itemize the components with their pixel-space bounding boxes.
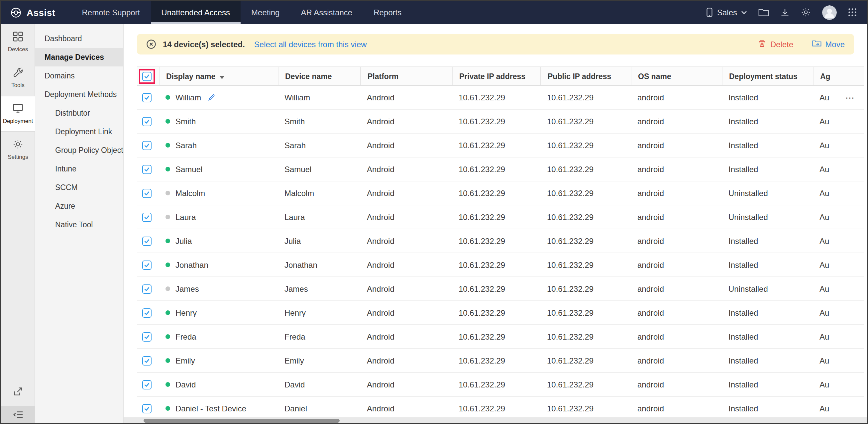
sidebar-item-azure[interactable]: Azure [35, 197, 123, 215]
display-name-cell: Laura [159, 212, 278, 222]
deployment-status: Installed [728, 308, 758, 317]
topnav-item-remote-support[interactable]: Remote Support [71, 1, 151, 24]
row-checkbox[interactable] [142, 404, 152, 413]
deployment-status: Uninstalled [728, 212, 768, 222]
sidebar-item-intune[interactable]: Intune [35, 159, 123, 178]
topnav-item-meeting[interactable]: Meeting [241, 1, 290, 24]
column-header-deployment-status[interactable]: Deployment status [722, 67, 813, 85]
row-checkbox[interactable] [142, 236, 152, 246]
topnav-item-reports[interactable]: Reports [363, 1, 412, 24]
folder-icon[interactable] [758, 8, 769, 17]
user-avatar[interactable] [822, 5, 837, 20]
platform: Android [367, 380, 395, 389]
table-row[interactable]: Henry Henry Android 10.61.232.29 10.61.2… [137, 301, 864, 325]
table-row[interactable]: Julia Julia Android 10.61.232.29 10.61.2… [137, 229, 864, 253]
horizontal-scrollbar-thumb[interactable] [144, 418, 340, 422]
sidebar-item-dashboard[interactable]: Dashboard [35, 29, 123, 48]
private-ip: 10.61.232.29 [459, 117, 505, 126]
sort-caret-icon[interactable] [219, 72, 225, 80]
table-row[interactable]: Freda Freda Android 10.61.232.29 10.61.2… [137, 325, 864, 349]
status-dot [165, 143, 170, 148]
display-name: Samuel [176, 164, 203, 174]
row-checkbox[interactable] [142, 332, 152, 341]
sidebar-item-group-policy-object[interactable]: Group Policy Object [35, 141, 123, 159]
agent-cell: Au [813, 236, 864, 246]
os-name: android [638, 308, 664, 317]
platform-cell: Android [360, 164, 452, 174]
top-bar: Assist Remote SupportUnattended AccessMe… [1, 1, 867, 24]
sidebar-item-native-tool[interactable]: Native Tool [35, 215, 123, 234]
table-row[interactable]: James James Android 10.61.232.29 10.61.2… [137, 277, 864, 301]
rail-item-deployment[interactable]: Deployment [1, 96, 35, 131]
row-checkbox[interactable] [142, 164, 152, 174]
table-row[interactable]: Malcolm Malcolm Android 10.61.232.29 10.… [137, 181, 864, 205]
sidebar-item-domains[interactable]: Domains [35, 66, 123, 85]
phone-icon [706, 7, 713, 17]
table-row[interactable]: Jonathan Jonathan Android 10.61.232.29 1… [137, 253, 864, 277]
sidebar-item-deployment-methods[interactable]: Deployment Methods [35, 85, 123, 104]
row-checkbox[interactable] [142, 93, 152, 102]
apps-grid-icon[interactable] [848, 8, 857, 17]
status-dot [165, 215, 170, 219]
download-icon[interactable] [780, 8, 789, 17]
collapse-sidebar-icon[interactable] [1, 406, 35, 423]
table-row[interactable]: William William Android 10.61.232.29 10.… [137, 86, 864, 110]
rail-item-label: Devices [8, 46, 28, 53]
portal-selector[interactable]: Sales [706, 7, 747, 17]
rail-item-settings[interactable]: Settings [1, 131, 35, 168]
devices-grid-icon [12, 31, 23, 43]
row-checkbox[interactable] [142, 141, 152, 150]
public-ip: 10.61.232.29 [547, 212, 593, 222]
column-header-display-name[interactable]: Display name [159, 67, 278, 85]
table-row[interactable]: Laura Laura Android 10.61.232.29 10.61.2… [137, 205, 864, 229]
agent-cell: Au ⋯ [813, 92, 864, 103]
row-checkbox[interactable] [142, 380, 152, 389]
row-checkbox[interactable] [142, 260, 152, 270]
sidebar-item-deployment-link[interactable]: Deployment Link [35, 122, 123, 141]
deployment-status: Installed [728, 164, 758, 174]
topnav-item-unattended-access[interactable]: Unattended Access [151, 1, 241, 24]
row-checkbox[interactable] [142, 117, 152, 126]
move-button[interactable]: Move [812, 39, 845, 49]
device-name: Freda [284, 332, 305, 341]
row-checkbox[interactable] [142, 356, 152, 365]
agent-cell: Au [813, 164, 864, 174]
rail-item-tools[interactable]: Tools [1, 60, 35, 96]
table-row[interactable]: David David Android 10.61.232.29 10.61.2… [137, 373, 864, 397]
edit-icon[interactable] [208, 94, 215, 101]
device-name-cell: William [278, 93, 360, 102]
share-referral-icon[interactable] [1, 386, 35, 397]
os-name-cell: android [631, 284, 722, 294]
table-row[interactable]: Samuel Samuel Android 10.61.232.29 10.61… [137, 157, 864, 181]
settings-gear-icon[interactable] [801, 7, 811, 17]
sidebar-item-sccm[interactable]: SCCM [35, 178, 123, 197]
row-checkbox[interactable] [142, 284, 152, 294]
os-name: android [638, 188, 664, 198]
table-row[interactable]: Smith Smith Android 10.61.232.29 10.61.2… [137, 110, 864, 133]
brand[interactable]: Assist [10, 6, 55, 18]
topnav-item-ar-assistance[interactable]: AR Assistance [290, 1, 363, 24]
row-checkbox[interactable] [142, 308, 152, 317]
more-actions-icon[interactable]: ⋯ [845, 92, 855, 103]
select-all-link[interactable]: Select all devices from this view [254, 39, 367, 49]
table-row[interactable]: Sarah Sarah Android 10.61.232.29 10.61.2… [137, 133, 864, 157]
rail-item-devices[interactable]: Devices [1, 24, 35, 60]
row-checkbox[interactable] [142, 212, 152, 222]
column-header-platform[interactable]: Platform [360, 67, 452, 85]
delete-button[interactable]: Delete [758, 39, 793, 50]
os-name: android [638, 404, 664, 413]
column-header-private-ip[interactable]: Private IP address [452, 67, 540, 85]
horizontal-scrollbar-track[interactable] [124, 417, 867, 423]
column-header-device-name[interactable]: Device name [278, 67, 360, 85]
row-checkbox[interactable] [142, 188, 152, 198]
column-header-public-ip[interactable]: Public IP address [540, 67, 631, 85]
deselect-icon[interactable] [146, 39, 156, 49]
sidebar-item-distributor[interactable]: Distributor [35, 104, 123, 122]
select-all-checkbox[interactable] [142, 71, 152, 81]
table-row[interactable]: Emily Emily Android 10.61.232.29 10.61.2… [137, 349, 864, 373]
deployment-status: Installed [728, 260, 758, 270]
column-header-agent[interactable]: Ag [813, 67, 864, 85]
sidebar-item-manage-devices[interactable]: Manage Devices [35, 48, 123, 66]
column-header-os-name[interactable]: OS name [631, 67, 722, 85]
display-name: Emily [176, 356, 195, 365]
